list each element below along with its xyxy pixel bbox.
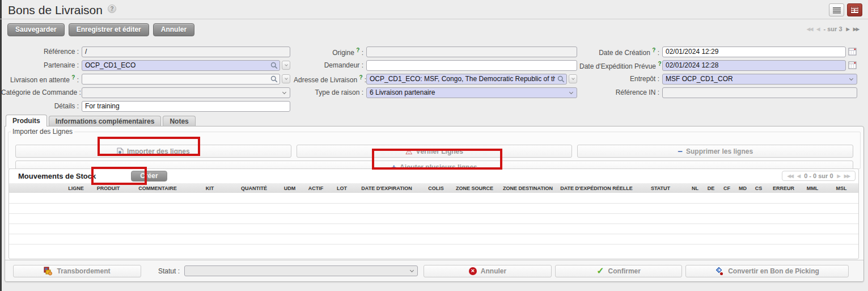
title-divider (0, 19, 868, 19)
field-help-icon: ? (658, 61, 661, 67)
next-page-icon[interactable]: ▶ (837, 174, 840, 179)
chevron-down-icon (285, 77, 288, 80)
tab-produits[interactable]: Produits (6, 115, 47, 126)
stock-moves-title: Mouvements de Stock (18, 172, 96, 180)
col-commentaire[interactable]: COMMENTAIRE (126, 183, 189, 193)
col-ligne[interactable]: LIGNE (61, 183, 91, 193)
tab-informations-complementaires[interactable]: Informations complémentaires (49, 116, 162, 126)
warehouse-select[interactable]: MSF OCP_CD1_COR (662, 74, 857, 85)
save-and-edit-button[interactable]: Enregistrer et éditer (69, 23, 149, 36)
delivery-address-label-text: Adresse de Livraison (294, 76, 357, 84)
col-zone-source[interactable]: ZONE SOURCE (452, 183, 497, 193)
search-icon[interactable] (557, 75, 565, 83)
create-button[interactable]: Créer (131, 171, 167, 182)
col-de[interactable]: DE (703, 183, 719, 193)
col-produit[interactable]: PRODUIT (91, 183, 126, 193)
status-select[interactable] (184, 265, 418, 276)
pending-delivery-input[interactable] (82, 74, 280, 85)
field-help-icon: ? (359, 74, 362, 81)
notebook-tabs: Produits Informations complémentaires No… (6, 115, 196, 126)
transship-button[interactable]: Transbordement (13, 265, 141, 277)
col-kit[interactable]: KIT (189, 183, 230, 193)
prev-page-icon[interactable]: ◀ (797, 174, 800, 179)
field-row-reference-in: Référence IN : (579, 86, 857, 99)
expected-ship-date-label-text: Date d'Expédition Prévue (579, 62, 656, 70)
order-category-select[interactable] (82, 87, 290, 98)
tab-notes[interactable]: Notes (163, 116, 195, 126)
creation-date-label: Date de Création ? : (579, 47, 662, 57)
import-lines-legend: Importer des Lignes (11, 128, 74, 136)
first-page-icon[interactable]: ◀◀ (787, 174, 793, 179)
dropdown-arrow-icon[interactable] (569, 74, 577, 83)
details-label: Détails : (1, 102, 82, 110)
col-msl[interactable]: MSL (824, 183, 858, 193)
reason-type-control: 6 Livraison partenaire (366, 87, 577, 98)
partner-label: Partenaire : (1, 61, 82, 69)
cancel-order-button[interactable]: × Annuler (424, 265, 552, 277)
field-help-icon: ? (652, 47, 655, 53)
requestor-label: Demandeur : (294, 61, 366, 69)
field-help-icon: ? (71, 74, 75, 81)
delete-lines-button[interactable]: − Supprimer les lignes (577, 145, 853, 158)
origin-control (366, 47, 577, 57)
calendar-icon[interactable] (848, 47, 857, 57)
list-view-icon[interactable] (829, 3, 844, 16)
chevron-down-icon (285, 63, 288, 66)
col-cf[interactable]: CF (719, 183, 735, 193)
last-page-icon[interactable]: ▶▶ (853, 27, 859, 32)
last-page-icon[interactable]: ▶▶ (844, 174, 850, 179)
reference-control (82, 47, 290, 57)
confirm-button[interactable]: ✓ Confirmer (555, 265, 682, 277)
field-row-reason-type: Type de raison : 6 Livraison partenaire (294, 86, 577, 99)
col-md[interactable]: MD (735, 183, 751, 193)
col-lot[interactable]: LOT (330, 183, 354, 193)
col-actif[interactable]: ACTIF (302, 183, 330, 193)
save-button[interactable]: Sauvegarder (7, 23, 65, 36)
search-icon[interactable] (270, 62, 278, 69)
col-spacer (9, 183, 61, 193)
requestor-input[interactable] (366, 60, 577, 71)
field-row-expected-ship-date: Date d'Expédition Prévue ? : (579, 59, 857, 71)
delivery-address-input[interactable] (366, 74, 567, 85)
col-udm[interactable]: UDM (278, 183, 302, 193)
reason-type-select[interactable]: 6 Livraison partenaire (366, 87, 577, 98)
field-row-reference: Référence : (1, 45, 290, 58)
empty-row-cell (9, 234, 858, 244)
view-switcher (829, 3, 862, 16)
col-statut[interactable]: STATUT (634, 183, 687, 193)
convert-icon (715, 267, 724, 276)
chevron-down-icon (569, 90, 573, 94)
col-cs[interactable]: CS (751, 183, 767, 193)
reference-in-input[interactable] (662, 87, 857, 98)
verify-lines-button[interactable]: ⚠ Vérifier Lignes (297, 145, 573, 158)
creation-date-input[interactable] (662, 47, 846, 57)
partner-input[interactable] (82, 60, 280, 71)
next-page-icon[interactable]: ▶ (846, 27, 849, 32)
convert-to-picking-button[interactable]: Convertir en Bon de Picking (685, 265, 849, 277)
delete-lines-label: Supprimer les lignes (686, 147, 753, 155)
details-input[interactable] (82, 101, 290, 112)
col-mml[interactable]: MML (801, 183, 824, 193)
import-lines-button[interactable]: Importer des lignes (15, 145, 291, 158)
col-zone-destination[interactable]: ZONE DESTINATION (497, 183, 559, 193)
reason-type-value: 6 Livraison partenaire (370, 88, 435, 96)
reference-input[interactable] (82, 47, 290, 57)
col-quantite[interactable]: QUANTITÉ (230, 183, 278, 193)
dropdown-arrow-icon[interactable] (282, 74, 290, 83)
search-icon[interactable] (270, 75, 278, 83)
import-lines-label: Importer des lignes (127, 147, 190, 155)
form-view-icon[interactable] (847, 3, 862, 16)
col-date-expiration[interactable]: DATE D'EXPIRATION (354, 183, 420, 193)
dropdown-arrow-icon[interactable] (282, 61, 290, 70)
col-erreur[interactable]: ERREUR (767, 183, 801, 193)
help-icon[interactable]: ? (108, 5, 116, 13)
col-nl[interactable]: NL (687, 183, 703, 193)
expected-ship-date-input[interactable] (662, 60, 846, 71)
prev-page-icon[interactable]: ◀ (816, 27, 819, 32)
calendar-icon[interactable] (848, 61, 857, 70)
cancel-button[interactable]: Annuler (153, 23, 194, 36)
origin-input[interactable] (366, 47, 577, 57)
col-colis[interactable]: COLIS (420, 183, 452, 193)
first-page-icon[interactable]: ◀◀ (807, 27, 812, 32)
col-date-expedition-reelle[interactable]: DATE D'EXPÉDITION RÉELLE (559, 183, 634, 193)
